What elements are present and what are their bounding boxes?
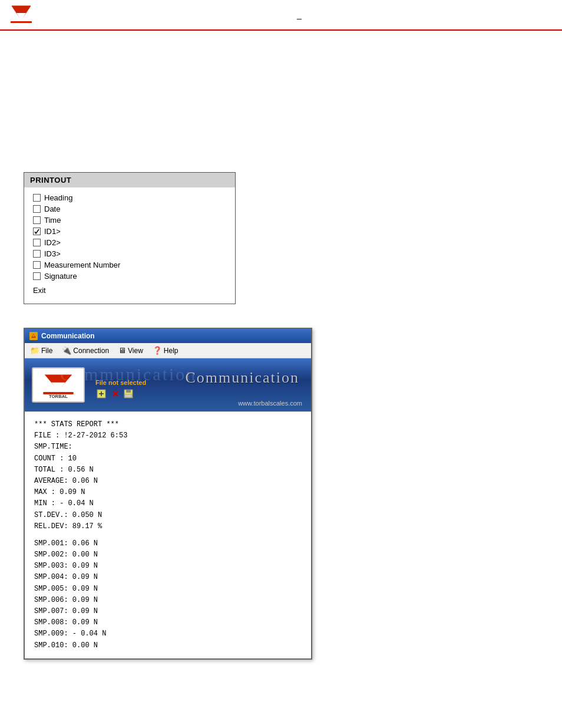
printout-title: PRINTOUT [24, 173, 235, 187]
checkbox-id1-input[interactable] [33, 228, 41, 235]
checkbox-measurement-number-label: Measurement Number [44, 261, 120, 269]
stats-average: AVERAGE: 0.06 N [34, 476, 302, 487]
sample-006: SMP.006: 0.09 N [34, 595, 302, 606]
toolbar-icons: ✕ [95, 388, 134, 400]
comm-app-title: Communication [185, 369, 299, 387]
save-button[interactable] [123, 388, 134, 400]
sample-009: SMP.009: - 0.04 N [34, 628, 302, 640]
minimize-button[interactable]: _ [293, 9, 305, 21]
exit-button[interactable]: Exit [33, 283, 226, 298]
checkbox-signature-input[interactable] [33, 272, 41, 280]
sample-002: SMP.002: 0.00 N [34, 549, 302, 561]
checkbox-heading[interactable]: Heading [33, 193, 226, 202]
help-icon: ❓ [153, 346, 162, 355]
printout-box: PRINTOUT Heading Date Time ID1> [24, 172, 236, 304]
torbal-logo-header [6, 4, 37, 26]
stats-reldev: REL.DEV: 89.17 % [34, 521, 302, 532]
stats-min: MIN : - 0.04 N [34, 498, 302, 509]
comm-titlebar-icon [29, 332, 38, 340]
website-text: www.torbalscales.com [238, 400, 302, 407]
menu-file-label: File [41, 347, 52, 355]
comm-menubar: 📁 File 🔌 Connection 🖥 View ❓ Help [25, 343, 311, 358]
checkbox-time[interactable]: Time [33, 216, 226, 225]
checkbox-measurement-number[interactable]: Measurement Number [33, 261, 226, 269]
view-icon: 🖥 [118, 346, 126, 355]
torbal-logo-box: TORBAL [32, 367, 85, 403]
sample-007: SMP.007: 0.09 N [34, 606, 302, 617]
main-content: PRINTOUT Heading Date Time ID1> [0, 31, 562, 671]
svg-marker-1 [16, 13, 26, 21]
checkbox-heading-label: Heading [44, 193, 72, 202]
menu-view[interactable]: 🖥 View [115, 345, 146, 356]
checkbox-id2-label: ID2> [44, 238, 61, 247]
menu-connection-label: Connection [73, 347, 109, 355]
checkbox-heading-input[interactable] [33, 194, 41, 202]
stats-count: COUNT : 10 [34, 453, 302, 465]
file-status: File not selected [95, 379, 146, 386]
checkbox-id3-label: ID3> [44, 249, 61, 258]
delete-button[interactable]: ✕ [109, 388, 121, 400]
comm-subtitle: File not selected ✕ [95, 379, 146, 400]
comm-window: Communication 📁 File 🔌 Connection 🖥 View… [24, 328, 312, 660]
comm-titlebar: Communication [25, 329, 311, 343]
stats-area: *** STATS REPORT *** FILE : !2-27-2012 6… [25, 411, 311, 658]
new-file-button[interactable] [95, 388, 107, 400]
comm-header: TORBAL Communication File not selected ✕ [25, 358, 311, 411]
stats-samples: SMP.001: 0.06 N SMP.002: 0.00 N SMP.003:… [34, 538, 302, 651]
menu-file[interactable]: 📁 File [27, 345, 55, 356]
sample-010: SMP.010: 0.00 N [34, 640, 302, 651]
svg-rect-15 [125, 394, 132, 397]
svg-text:TORBAL: TORBAL [49, 394, 68, 399]
sample-008: SMP.008: 0.09 N [34, 617, 302, 628]
checkbox-date[interactable]: Date [33, 205, 226, 213]
checkbox-id2-input[interactable] [33, 239, 41, 246]
checkbox-id2[interactable]: ID2> [33, 238, 226, 247]
checkbox-signature[interactable]: Signature [33, 272, 226, 281]
svg-rect-14 [126, 390, 131, 393]
stats-file: FILE : !2-27-2012 6:53 [34, 430, 302, 442]
checkbox-id3-input[interactable] [33, 250, 41, 258]
file-icon: 📁 [30, 346, 39, 355]
header-bar: _ [0, 0, 562, 31]
sample-005: SMP.005: 0.09 N [34, 584, 302, 595]
checkbox-measurement-number-input[interactable] [33, 261, 41, 269]
sample-003: SMP.003: 0.09 N [34, 561, 302, 572]
stats-smp-time: SMP.TIME: [34, 442, 302, 453]
menu-help[interactable]: ❓ Help [150, 345, 181, 356]
checkbox-signature-label: Signature [44, 272, 77, 281]
menu-view-label: View [128, 347, 143, 355]
svg-marker-7 [51, 383, 65, 392]
stats-header: *** STATS REPORT *** [34, 419, 302, 430]
sample-004: SMP.004: 0.09 N [34, 572, 302, 583]
menu-help-label: Help [164, 347, 178, 355]
svg-rect-2 [11, 21, 32, 23]
connection-icon: 🔌 [62, 346, 71, 355]
header-title: _ [42, 9, 556, 21]
checkbox-id1[interactable]: ID1> [33, 227, 226, 236]
stats-max: MAX : 0.09 N [34, 487, 302, 498]
checkbox-id1-label: ID1> [44, 227, 61, 236]
menu-connection[interactable]: 🔌 Connection [59, 345, 112, 356]
printout-body: Heading Date Time ID1> ID2> [24, 187, 235, 304]
stats-total: TOTAL : 0.56 N [34, 465, 302, 476]
checkbox-time-input[interactable] [33, 216, 41, 224]
checkbox-id3[interactable]: ID3> [33, 249, 226, 258]
stats-stdev: ST.DEV.: 0.050 N [34, 510, 302, 521]
checkbox-date-label: Date [44, 205, 60, 213]
checkbox-date-input[interactable] [33, 205, 41, 213]
comm-window-title: Communication [41, 332, 95, 340]
sample-001: SMP.001: 0.06 N [34, 538, 302, 549]
checkbox-time-label: Time [44, 216, 61, 225]
